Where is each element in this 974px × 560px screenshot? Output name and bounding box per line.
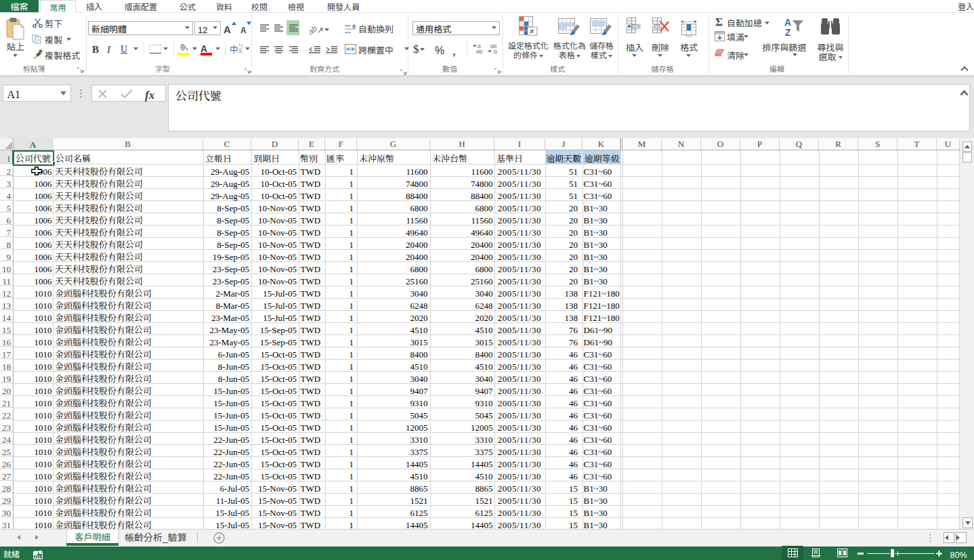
svg-text:Z: Z xyxy=(785,27,791,37)
svg-text:A: A xyxy=(784,17,791,28)
svg-text:ab: ab xyxy=(309,24,319,35)
svg-text:.00: .00 xyxy=(475,47,483,54)
svg-text:.0: .0 xyxy=(492,47,497,54)
svg-text:≠: ≠ xyxy=(530,25,534,36)
